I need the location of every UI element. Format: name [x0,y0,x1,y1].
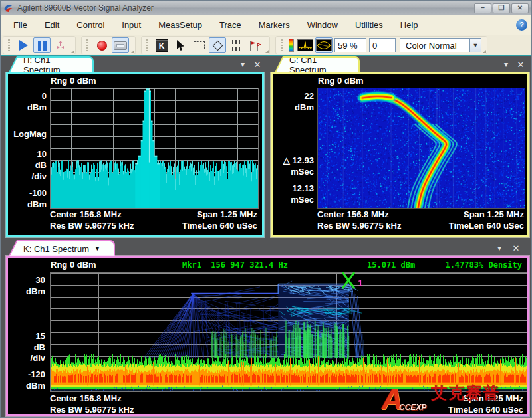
color-scale-icon[interactable] [289,39,294,52]
k-y-label: -120 [8,369,45,379]
group-grip-icon[interactable] [146,39,148,51]
tab-h-ch1-spectrum[interactable]: H: Ch1 Spectrum [9,56,94,72]
h-time-len: TimeLen 640 uSec [182,221,257,231]
pointer-button[interactable] [172,37,189,53]
g-center-freq: Center 156.8 MHz [317,209,389,220]
pause-icon [38,41,47,51]
group-expand-icon[interactable] [71,50,74,53]
help-icon[interactable]: ? [516,19,527,31]
chevron-down-icon: ▼ [469,39,481,52]
g-res-bw: Res BW 5.96775 kHz [317,221,401,231]
h-y-label: 0 [8,91,47,101]
panel-h-plot[interactable] [50,88,259,209]
group-expand-icon[interactable] [265,50,269,53]
k-res-bw: Res BW 5.96775 kHz [50,405,134,415]
marker-diamond-button[interactable] [209,37,226,53]
flag-markers-icon [248,40,261,51]
panel-k-dropdown-icon[interactable]: ▾ [494,243,505,253]
k-marker-readout: Mkr1 156 947 321.4 Hz [182,261,288,270]
trace-k-button[interactable]: K [153,37,170,53]
group-grip-icon[interactable] [86,39,88,51]
player-button[interactable] [112,37,129,53]
pause-button[interactable] [33,37,51,53]
panel-g-plot[interactable] [317,88,525,209]
marker-x-icon[interactable] [340,270,358,290]
title-bar[interactable]: Agilent 89600B Vector Signal Analyzer – … [1,1,531,15]
h-y-label: /div [8,171,47,181]
close-button[interactable]: ✕ [511,3,529,13]
window-title: Agilent 89600B Vector Signal Analyzer [17,3,473,13]
panel-h-close-icon[interactable]: ✕ [252,60,263,70]
band-lines-button[interactable] [227,37,245,53]
h-y-label: dBm [8,102,47,112]
panel-g-dropdown-icon[interactable]: ▾ [501,60,511,69]
color-mode-select[interactable]: Color Normal ▼ [400,38,481,52]
k-y-label: dBm [8,381,45,391]
panel-g-body: Rng 0 dBm 22 dBm △ 12.93 mSec 12.13 mSec… [271,72,529,237]
menu-trace[interactable]: Trace [211,17,250,33]
menu-meassetup[interactable]: MeasSetup [150,17,211,33]
k-y-label: dBm [8,286,45,296]
k-y-label: 15 [8,331,45,341]
density-view-button[interactable] [315,37,332,53]
record-icon [97,41,107,51]
diamond-marker-icon [212,40,223,51]
toolbar-group-run [3,36,76,54]
panel-g-range: Rng 0 dBm [318,76,364,86]
menu-window[interactable]: Window [299,17,346,33]
panel-g-close-icon[interactable]: ✕ [515,60,526,70]
h-res-bw: Res BW 5.96775 kHz [50,221,134,231]
spectrum-view-button[interactable] [297,37,314,53]
g-y-label: mSec [273,195,314,205]
pointer-icon [176,40,186,51]
minimize-button[interactable]: – [474,3,491,13]
h-y-label: LogMag [8,129,47,139]
h-y-label: -100 [8,188,47,198]
k-y-label: /div [8,353,45,363]
menu-file[interactable]: File [5,17,36,33]
panel-h-body: Rng 0 dBm 0 dBm LogMag 10 dB /div -100 d… [6,72,264,237]
group-expand-icon[interactable] [131,50,134,53]
zoom-select-button[interactable] [190,37,207,53]
menu-utilities[interactable]: Utilities [346,17,392,33]
restart-sweep-button[interactable] [52,37,69,53]
group-grip-icon[interactable] [8,39,10,51]
menu-control[interactable]: Control [68,17,113,33]
menu-edit[interactable]: Edit [36,17,68,33]
record-button[interactable] [93,37,110,53]
menu-input[interactable]: Input [113,17,150,33]
toolbar-group-display: Color Normal ▼ [275,36,487,54]
app-window: Agilent 89600B Vector Signal Analyzer – … [0,0,532,418]
h-span: Span 1.25 MHz [197,209,257,220]
toolbar-group-record [81,36,136,54]
h-y-label: dB [8,160,47,170]
group-expand-icon[interactable] [483,50,486,53]
g-y-label: mSec [273,167,314,177]
tab-k-ch1-spectrum[interactable]: K: Ch1 Spectrum ▼ [9,240,115,256]
tab-k-dropdown-icon[interactable]: ▼ [94,245,100,252]
restart-sweep-icon [55,39,66,51]
offset-input[interactable] [369,38,396,52]
k-time-len: TimeLen 640 uSec [448,405,523,415]
menu-markers[interactable]: Markers [250,17,299,33]
menu-bar: File Edit Control Input MeasSetup Trace … [1,15,531,35]
menu-help[interactable]: Help [392,17,427,33]
h-y-label: 10 [8,149,47,159]
player-icon [114,41,127,50]
band-lines-icon [232,40,240,51]
group-grip-icon[interactable] [281,39,283,51]
play-button[interactable] [15,37,32,53]
panel-k-close-icon[interactable]: ✕ [511,243,521,253]
tab-g-ch1-spectrum[interactable]: G: Ch1 Spectrum [275,56,360,72]
toolbar: K [1,35,531,56]
panel-k-plot[interactable]: 1 [50,272,527,392]
persistence-percent-input[interactable] [334,38,366,52]
g-time-len: TimeLen 640 uSec [449,221,524,231]
flag-markers-button[interactable] [246,37,263,53]
trace-k-icon: K [156,39,168,52]
g-y-label: 22 [273,91,314,101]
toolbar-group-markers: K [141,36,270,54]
k-center-freq: Center 156.8 MHz [50,393,122,404]
panel-h-dropdown-icon[interactable]: ▾ [237,60,248,69]
maximize-button[interactable]: ❐ [493,3,510,13]
